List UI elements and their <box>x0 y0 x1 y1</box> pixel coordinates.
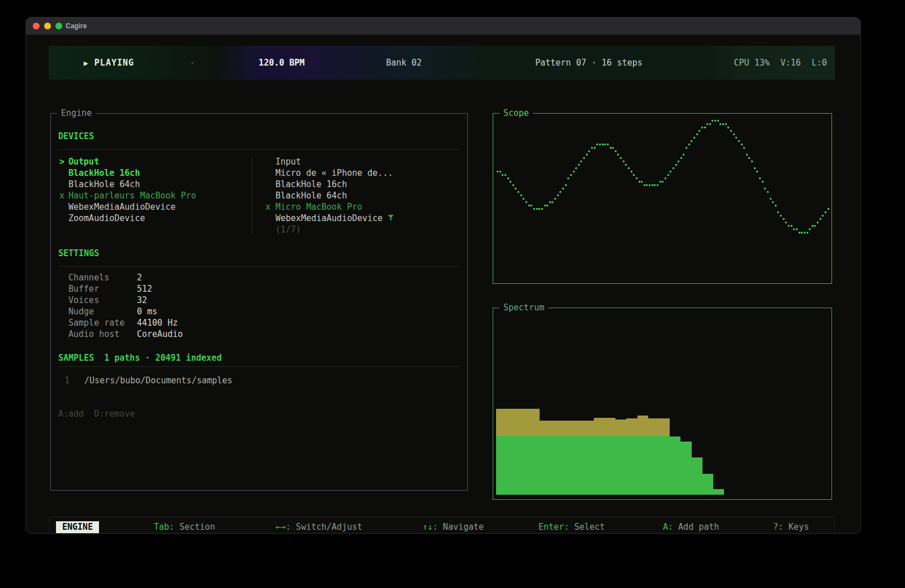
scope-dot <box>567 178 569 179</box>
setting-label: Channels <box>68 272 137 283</box>
device-label: Micro de « iPhone de... <box>275 168 393 178</box>
spectrum-peak-bar <box>518 409 528 436</box>
samples-heading-label: SAMPLES <box>58 353 94 363</box>
output-device-option[interactable]: xHaut-parleurs MacBook Pro <box>51 190 252 201</box>
scope-dot <box>641 181 643 183</box>
input-pager: (1/7) <box>265 224 394 235</box>
scope-dot <box>551 201 553 203</box>
cpu-value: CPU 13% <box>734 58 770 68</box>
transport-bar: ▶PLAYING - 120.0 BPM Bank 02 Pattern 07 … <box>49 46 835 80</box>
scope-dot <box>525 201 527 203</box>
scope-dot <box>727 127 729 128</box>
scope-dot <box>580 161 582 162</box>
mode-badge: ENGINE <box>56 521 99 533</box>
scope-dot <box>780 215 782 217</box>
spectrum-peak-bar <box>637 416 648 436</box>
scope-dot <box>499 171 501 172</box>
input-device-option[interactable]: Micro de « iPhone de... <box>265 167 394 179</box>
minimize-button[interactable] <box>44 23 51 29</box>
scope-dot <box>502 174 503 176</box>
key-hint: Tab: Section <box>154 517 215 534</box>
output-device-option[interactable]: WebexMediaAudioDevice <box>51 201 252 213</box>
scope-dot <box>820 218 821 220</box>
sample-path-list: 1/Users/bubo/Documents/samples <box>51 375 467 386</box>
input-device-option[interactable]: WebexMediaAudioDevice <box>265 213 394 224</box>
device-label: (1/7) <box>275 224 301 235</box>
spectrum-level-bar <box>572 436 583 495</box>
scope-dot <box>507 178 509 179</box>
setting-row[interactable]: Voices32 <box>68 295 467 306</box>
scope-dot <box>719 123 721 125</box>
device-label: Input <box>275 157 301 167</box>
scope-dot <box>814 225 816 227</box>
scope-dot <box>725 123 727 125</box>
scope-dot <box>617 154 619 155</box>
engine-panel-title: Engine <box>57 107 96 119</box>
spectrum-level-bar <box>626 436 637 495</box>
output-device-option[interactable]: BlackHole 64ch <box>51 179 252 190</box>
scope-dot <box>586 154 588 155</box>
spectrum-bars <box>493 308 831 499</box>
scope-dot <box>738 140 740 142</box>
input-device-option[interactable]: BlackHole 64ch <box>265 190 394 201</box>
section-divider <box>58 149 461 150</box>
spectrum-peak-bar <box>648 418 659 436</box>
scope-dot <box>751 161 753 162</box>
performance-meter: CPU 13%V:16L:0 <box>734 46 827 80</box>
zoom-button[interactable] <box>55 23 62 29</box>
active-device-marker: x <box>265 201 275 213</box>
spectrum-level-bar <box>680 442 691 495</box>
active-device-marker: x <box>59 190 68 201</box>
input-device-option[interactable]: xMicro MacBook Pro <box>265 201 394 213</box>
spectrum-level-bar <box>605 436 615 495</box>
output-device-option[interactable]: BlackHole 16ch <box>51 167 252 179</box>
spectrum-peak-bar <box>550 421 561 436</box>
setting-row[interactable]: Buffer512 <box>68 283 467 295</box>
output-device-option[interactable]: ZoomAudioDevice <box>51 213 252 224</box>
setting-row[interactable]: Nudge0 ms <box>68 306 467 317</box>
device-label: Output <box>68 157 99 167</box>
scope-dot <box>657 184 658 186</box>
scope-dot <box>696 133 698 135</box>
scope-dot <box>599 144 601 145</box>
scope-dot <box>662 181 663 183</box>
scope-dot <box>701 127 703 128</box>
setting-row[interactable]: Audio hostCoreAudio <box>68 328 467 340</box>
spectrum-peak-bar <box>594 418 605 436</box>
sample-path-row[interactable]: 1/Users/bubo/Documents/samples <box>59 375 467 386</box>
scope-dot <box>730 130 732 132</box>
setting-row[interactable]: Sample rate44100 Hz <box>68 317 467 328</box>
input-device-option[interactable]: BlackHole 16ch <box>265 179 394 190</box>
voices-value: V:16 <box>781 58 801 68</box>
scope-dot <box>759 178 761 179</box>
close-button[interactable] <box>33 23 40 29</box>
scope-dot <box>596 144 598 145</box>
scope-dot <box>531 205 532 206</box>
scope-dot <box>554 198 556 200</box>
bpm-display[interactable]: 120.0 BPM <box>258 46 304 80</box>
scope-dot <box>678 161 679 162</box>
spectrum-level-bar <box>670 436 680 495</box>
scope-dot <box>544 205 546 206</box>
scope-dot <box>793 228 795 230</box>
scope-dot <box>796 228 798 230</box>
scope-dot <box>756 171 758 172</box>
pattern-display[interactable]: Pattern 07 · 16 steps <box>535 46 643 80</box>
spectrum-level-bar <box>659 436 670 495</box>
scope-dot <box>523 198 524 200</box>
key-hint: ?: Keys <box>773 517 809 534</box>
spectrum-level-bar <box>703 474 713 495</box>
input-column-header: Input <box>265 156 394 167</box>
scope-dot <box>652 184 653 186</box>
scope-dot <box>583 157 585 159</box>
devices-heading: DEVICES <box>58 131 467 142</box>
setting-label: Voices <box>68 295 137 306</box>
scope-dot <box>688 144 690 145</box>
scope-dot <box>717 120 719 122</box>
scope-dot <box>588 150 590 152</box>
setting-row[interactable]: Channels2 <box>68 272 467 283</box>
scope-dot <box>510 181 511 183</box>
spectrum-peak-bar <box>583 421 594 436</box>
bank-display[interactable]: Bank 02 <box>386 46 421 80</box>
scope-dot <box>610 147 611 149</box>
